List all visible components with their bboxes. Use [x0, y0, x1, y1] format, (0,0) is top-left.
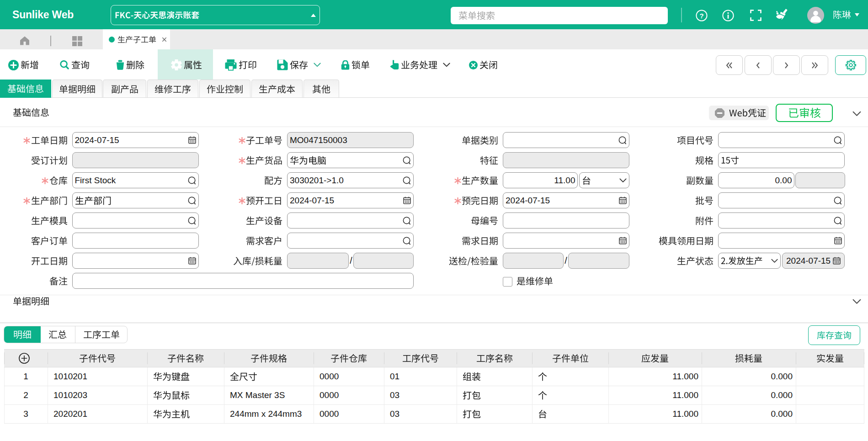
svg-text:?: ?	[699, 12, 703, 20]
